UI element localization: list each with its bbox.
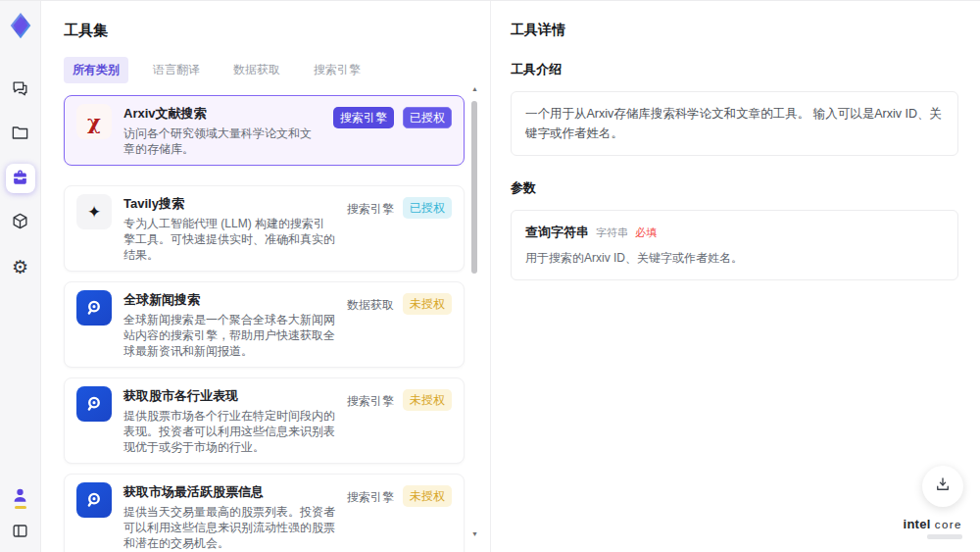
- tool-meta: 搜索引擎 未授权: [347, 482, 452, 551]
- tool-name: Arxiv文献搜索: [123, 104, 321, 123]
- scrollbar-thumb[interactable]: [471, 101, 477, 274]
- sidebar-item-models[interactable]: [6, 208, 35, 237]
- intel-core-logo: intel core: [903, 517, 962, 539]
- sidebar-item-settings[interactable]: ⚙: [6, 252, 35, 281]
- category-label: 搜索引擎: [347, 389, 394, 410]
- category-label: 数据获取: [347, 293, 394, 314]
- parameter-type: 字符串: [596, 226, 628, 240]
- params-heading: 参数: [511, 179, 958, 197]
- tab-data-fetching[interactable]: 数据获取: [224, 57, 289, 83]
- intel-brand-text: intel: [903, 517, 930, 531]
- status-badge: 未授权: [403, 389, 452, 411]
- tool-card-global-news[interactable]: 全球新闻搜索 全球新闻搜索是一个聚合全球各大新闻网站内容的搜索引擎，帮助用户快速…: [64, 281, 465, 368]
- category-tabs: 所有类别 语言翻译 数据获取 搜索引擎: [64, 57, 465, 83]
- user-avatar-button[interactable]: [11, 486, 29, 509]
- tool-description: 访问各个研究领域大量科学论文和文章的存储库。: [123, 125, 321, 157]
- scroll-down-icon[interactable]: ▼: [470, 530, 479, 538]
- gear-icon: ⚙: [12, 258, 28, 276]
- tab-language-translation[interactable]: 语言翻译: [144, 57, 209, 83]
- user-icon: [11, 491, 29, 508]
- arxiv-icon: χ: [76, 104, 112, 139]
- cube-icon: [11, 212, 29, 234]
- tool-name: Tavily搜索: [123, 194, 335, 213]
- folder-icon: [11, 124, 29, 146]
- tool-meta: 搜索引擎 已授权: [347, 194, 452, 263]
- tool-card-tavily[interactable]: ✦ Tavily搜索 专为人工智能代理 (LLM) 构建的搜索引擎工具。可快速提…: [64, 185, 465, 272]
- tool-details-pane: 工具详情 工具介绍 一个用于从Arxiv存储库搜索科学论文和文章的工具。 输入可…: [490, 1, 980, 552]
- sidebar-item-tools[interactable]: [6, 164, 35, 193]
- tool-info: Arxiv文献搜索 访问各个研究领域大量科学论文和文章的存储库。: [123, 104, 321, 157]
- tool-info: 全球新闻搜索 全球新闻搜索是一个聚合全球各大新闻网站内容的搜索引擎，帮助用户快速…: [123, 290, 335, 359]
- tab-all-categories[interactable]: 所有类别: [64, 57, 128, 83]
- sidebar-item-chat[interactable]: [6, 75, 35, 105]
- status-badge: 未授权: [403, 485, 452, 507]
- tool-info: Tavily搜索 专为人工智能代理 (LLM) 构建的搜索引擎工具。可快速提供实…: [123, 194, 335, 263]
- tool-card-arxiv[interactable]: χ Arxiv文献搜索 访问各个研究领域大量科学论文和文章的存储库。 搜索引擎 …: [64, 95, 465, 166]
- sidebar-item-files[interactable]: [6, 120, 35, 149]
- parameter-name: 查询字符串: [525, 224, 589, 241]
- panel-toggle-icon: [11, 527, 29, 543]
- tab-search-engine[interactable]: 搜索引擎: [305, 57, 369, 83]
- tool-meta: 数据获取 未授权: [347, 290, 452, 359]
- status-badge: 未授权: [403, 293, 452, 315]
- category-badge: 搜索引擎: [333, 107, 394, 128]
- scroll-up-icon[interactable]: ▲: [470, 85, 479, 93]
- tool-card-sector-performance[interactable]: 获取股市各行业表现 提供股票市场各个行业在特定时间段内的表现。投资者可以利用这些…: [64, 377, 465, 464]
- status-badge: 已授权: [403, 197, 452, 219]
- app-window: ⚙ 工具集 所有类: [0, 0, 980, 552]
- category-label: 搜索引擎: [347, 485, 394, 506]
- tool-meta: 搜索引擎 已授权: [333, 104, 452, 157]
- sidebar-bottom: [11, 486, 29, 544]
- app-logo-icon: [6, 11, 35, 40]
- page-title: 工具集: [64, 22, 465, 40]
- news-search-icon: [76, 482, 112, 518]
- tool-description: 全球新闻搜索是一个聚合全球各大新闻网站内容的搜索引擎，帮助用户快速获取全球最新资…: [123, 312, 335, 359]
- toolbox-icon: [11, 168, 29, 190]
- tool-name: 获取股市各行业表现: [123, 386, 335, 405]
- tool-name: 获取市场最活跃股票信息: [123, 482, 335, 501]
- chat-icon: [11, 79, 29, 102]
- sidebar-nav: ⚙: [6, 75, 35, 281]
- sidebar: ⚙: [0, 1, 41, 552]
- news-search-icon: [76, 386, 112, 422]
- category-label: 搜索引擎: [347, 197, 394, 218]
- tool-meta: 搜索引擎 未授权: [347, 386, 452, 455]
- download-icon: [934, 476, 952, 497]
- tool-info: 获取股市各行业表现 提供股票市场各个行业在特定时间段内的表现。投资者可以利用这些…: [123, 386, 335, 455]
- parameter-card: 查询字符串 字符串 必填 用于搜索的Arxiv ID、关键字或作者姓名。: [511, 210, 958, 280]
- tool-name: 全球新闻搜索: [123, 290, 335, 309]
- download-button[interactable]: [922, 466, 963, 507]
- intel-sub-mark: [927, 534, 962, 539]
- panel-toggle-button[interactable]: [11, 522, 29, 544]
- tools-pane: 工具集 所有类别 语言翻译 数据获取 搜索引擎 χ Arxiv文献搜索 访问各个…: [41, 1, 490, 552]
- tool-description: 提供股票市场各个行业在特定时间段内的表现。投资者可以利用这些信息来识别表现优于或…: [123, 408, 335, 455]
- required-badge: 必填: [635, 226, 657, 240]
- tool-card-active-stocks[interactable]: 获取市场最活跃股票信息 提供当天交易量最高的股票列表。投资者可以利用这些信息来识…: [64, 474, 465, 552]
- tool-intro-box: 一个用于从Arxiv存储库搜索科学论文和文章的工具。 输入可以是Arxiv ID…: [511, 91, 958, 156]
- status-badge: 已授权: [403, 107, 452, 128]
- details-title: 工具详情: [511, 22, 958, 39]
- tool-info: 获取市场最活跃股票信息 提供当天交易量最高的股票列表。投资者可以利用这些信息来识…: [123, 482, 335, 551]
- sparkle-icon: ✦: [76, 194, 112, 229]
- intro-heading: 工具介绍: [511, 61, 958, 78]
- parameter-header: 查询字符串 字符串 必填: [525, 224, 944, 241]
- list-scrollbar[interactable]: ▲ ▼: [470, 85, 479, 538]
- tool-list: χ Arxiv文献搜索 访问各个研究领域大量科学论文和文章的存储库。 搜索引擎 …: [64, 95, 465, 552]
- parameter-description: 用于搜索的Arxiv ID、关键字或作者姓名。: [525, 250, 944, 267]
- tool-description: 专为人工智能代理 (LLM) 构建的搜索引擎工具。可快速提供实时、准确和真实的结…: [123, 216, 335, 263]
- core-brand-text: core: [935, 519, 962, 530]
- tool-description: 提供当天交易量最高的股票列表。投资者可以利用这些信息来识别流动性强的股票和潜在的…: [123, 504, 335, 551]
- news-search-icon: [76, 290, 112, 326]
